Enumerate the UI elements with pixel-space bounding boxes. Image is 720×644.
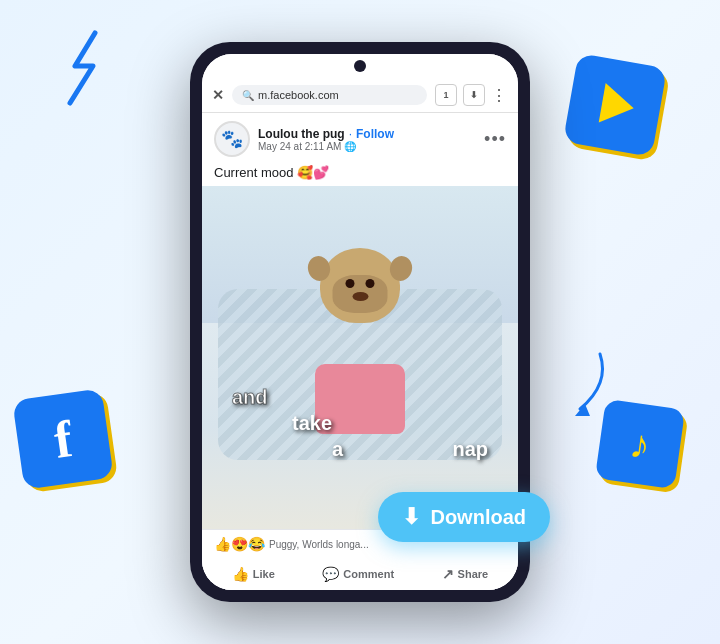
- download-page-button[interactable]: ⬇: [463, 84, 485, 106]
- arrow-decoration-right: [520, 344, 620, 424]
- post-video-thumbnail[interactable]: and take a nap: [202, 186, 518, 529]
- pug-nose: [352, 292, 368, 301]
- status-bar: [202, 54, 518, 78]
- reaction-haha-emoji: 😂: [248, 536, 265, 552]
- like-icon: 👍: [232, 566, 249, 582]
- browser-actions: 1 ⬇ ⋮: [435, 84, 508, 106]
- author-info: Loulou the pug · Follow May 24 at 2:11 A…: [258, 127, 394, 152]
- camera-notch: [354, 60, 366, 72]
- post-header: 🐾 Loulou the pug · Follow May 24 at 2:11…: [202, 113, 518, 165]
- browser-close-button[interactable]: ✕: [212, 87, 224, 103]
- facebook-f-icon: f: [50, 409, 75, 470]
- pug-head: [320, 248, 400, 323]
- comment-button[interactable]: 💬 Comment: [314, 562, 402, 586]
- comment-label: Comment: [343, 568, 394, 580]
- post-meta: May 24 at 2:11 AM 🌐: [258, 141, 394, 152]
- like-button[interactable]: 👍 Like: [224, 562, 283, 586]
- download-button-wrapper[interactable]: ⬇ Download: [378, 492, 550, 542]
- video-card-decoration: [563, 53, 667, 157]
- post-author: 🐾 Loulou the pug · Follow May 24 at 2:11…: [214, 121, 394, 157]
- browser-more-button[interactable]: ⋮: [491, 86, 508, 105]
- download-button[interactable]: ⬇ Download: [378, 492, 550, 542]
- author-name-row: Loulou the pug · Follow: [258, 127, 394, 141]
- play-icon: [599, 83, 637, 128]
- reaction-text: Puggy, Worlds longa...: [269, 539, 369, 550]
- caption-word-and: and: [232, 386, 268, 409]
- author-name: Loulou the pug: [258, 127, 345, 141]
- post-text: Current mood 🥰💕: [202, 165, 518, 186]
- share-label: Share: [458, 568, 489, 580]
- caption-word-take: take: [292, 412, 332, 435]
- share-icon: ↗: [442, 566, 454, 582]
- music-note-icon: ♪: [627, 420, 653, 467]
- pug-left-eye: [346, 279, 355, 288]
- like-label: Like: [253, 568, 275, 580]
- avatar: 🐾: [214, 121, 250, 157]
- url-text: m.facebook.com: [258, 89, 339, 101]
- globe-icon: 🌐: [344, 141, 356, 152]
- pug-scene: [202, 186, 518, 529]
- reactions-left: 👍 😍 😂 Puggy, Worlds longa...: [214, 536, 369, 552]
- post-date: May 24 at 2:11 AM: [258, 141, 341, 152]
- download-label: Download: [430, 506, 526, 529]
- share-button[interactable]: ↗ Share: [434, 562, 497, 586]
- caption-word-a: a: [332, 438, 343, 461]
- download-icon: ⬇: [402, 504, 420, 530]
- tab-button[interactable]: 1: [435, 84, 457, 106]
- pug-face: [333, 275, 388, 313]
- phone-mockup: ✕ 🔍 m.facebook.com 1 ⬇ ⋮: [190, 42, 530, 602]
- reaction-like-emoji: 👍: [214, 536, 231, 552]
- lightning-decoration: [55, 28, 125, 108]
- follow-button[interactable]: Follow: [356, 127, 394, 141]
- post-more-button[interactable]: •••: [484, 129, 506, 150]
- separator: ·: [349, 127, 352, 141]
- facebook-card-decoration: f: [12, 388, 114, 490]
- pug-eyes-row: [333, 275, 388, 292]
- browser-bar[interactable]: ✕ 🔍 m.facebook.com 1 ⬇ ⋮: [202, 78, 518, 113]
- search-icon: 🔍: [242, 90, 254, 101]
- pug-right-eye: [365, 279, 374, 288]
- comment-icon: 💬: [322, 566, 339, 582]
- caption-word-nap: nap: [452, 438, 488, 461]
- url-bar[interactable]: 🔍 m.facebook.com: [232, 85, 427, 105]
- action-bar: 👍 Like 💬 Comment ↗ Share: [202, 558, 518, 590]
- reaction-love-emoji: 😍: [231, 536, 248, 552]
